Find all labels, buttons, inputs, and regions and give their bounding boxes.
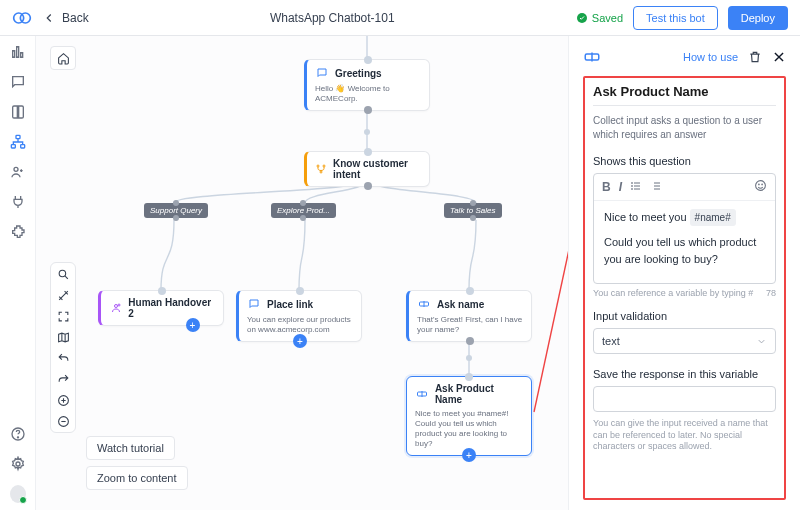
svg-point-30 <box>759 184 760 185</box>
arrow-left-icon <box>42 11 56 25</box>
save-variable-input[interactable] <box>593 386 776 412</box>
svg-rect-3 <box>12 51 14 58</box>
svg-point-11 <box>17 437 18 438</box>
save-variable-hint: You can give the input received a name t… <box>593 418 776 453</box>
node-place-link[interactable]: Place link You can explore our products … <box>236 290 362 342</box>
node-ask-name[interactable]: Ask name That's Great! First, can I have… <box>406 290 532 342</box>
number-list-icon[interactable] <box>650 180 662 195</box>
left-nav-rail <box>0 36 36 510</box>
save-variable-label: Save the response in this variable <box>593 368 776 380</box>
inspector-panel: How to use Ask Product Name Collect inpu… <box>568 36 800 510</box>
input-icon <box>417 297 431 311</box>
back-label: Back <box>62 11 89 25</box>
zoom-in-icon[interactable] <box>56 393 70 407</box>
watch-tutorial-button[interactable]: Watch tutorial <box>86 436 175 460</box>
inspector-description: Collect input asks a question to a user … <box>593 114 776 141</box>
question-text[interactable]: Nice to meet you #name# Could you tell u… <box>594 201 775 275</box>
svg-rect-7 <box>11 145 15 148</box>
svg-point-27 <box>632 185 633 186</box>
svg-point-26 <box>632 182 633 183</box>
add-node-plus-button[interactable]: + <box>293 334 307 348</box>
add-node-plus-button[interactable]: + <box>462 448 476 462</box>
zoom-out-icon[interactable] <box>56 414 70 428</box>
svg-point-9 <box>14 167 18 171</box>
branch-chip-talk-to-sales[interactable]: Talk to Sales <box>444 203 502 218</box>
minimap-icon[interactable] <box>56 330 70 344</box>
canvas-home-button[interactable] <box>50 46 76 70</box>
message-icon <box>315 66 329 80</box>
brand-logo-icon <box>12 8 32 28</box>
chevron-down-icon <box>756 336 767 347</box>
nav-help-icon[interactable] <box>10 426 26 442</box>
node-know-customer-intent[interactable]: Know customer intent <box>304 151 430 187</box>
fullscreen-icon[interactable] <box>56 309 70 323</box>
branch-chip-support-query[interactable]: Support Query <box>144 203 208 218</box>
bold-icon[interactable]: B <box>602 180 611 194</box>
nav-flow-icon[interactable] <box>10 134 26 150</box>
svg-point-12 <box>16 462 20 466</box>
svg-point-22 <box>59 270 65 277</box>
node-human-handover[interactable]: Human Handover 2 + <box>98 290 224 326</box>
char-count: 78 <box>766 288 776 298</box>
bullet-list-icon[interactable] <box>630 180 642 195</box>
zoom-to-content-button[interactable]: Zoom to content <box>86 466 188 490</box>
flow-canvas[interactable]: Support Query Explore Prod... Talk to Sa… <box>36 36 568 510</box>
svg-point-28 <box>632 188 633 189</box>
svg-point-14 <box>466 355 472 361</box>
magic-wand-icon[interactable] <box>56 288 70 302</box>
branch-chip-explore-products[interactable]: Explore Prod... <box>271 203 336 218</box>
redo-icon[interactable] <box>56 372 70 386</box>
nav-account-avatar[interactable] <box>10 486 26 502</box>
saved-indicator: Saved <box>576 12 623 24</box>
question-toolbar: B I <box>594 174 775 201</box>
home-icon <box>57 52 70 65</box>
svg-rect-6 <box>16 135 20 138</box>
search-icon[interactable] <box>56 267 70 281</box>
message-icon <box>247 297 261 311</box>
svg-rect-5 <box>20 53 22 58</box>
variable-hint: You can reference a variable by typing # <box>593 288 753 298</box>
nav-plugin-icon[interactable] <box>10 194 26 210</box>
inspector-title: Ask Product Name <box>593 84 776 106</box>
how-to-use-link[interactable]: How to use <box>683 51 738 63</box>
svg-point-18 <box>114 305 117 308</box>
inspector-highlight-region: Ask Product Name Collect input asks a qu… <box>583 76 786 500</box>
question-label: Shows this question <box>593 155 776 167</box>
nav-analytics-icon[interactable] <box>10 44 26 60</box>
back-button[interactable]: Back <box>42 11 89 25</box>
test-bot-button[interactable]: Test this bot <box>633 6 718 30</box>
top-bar: Back WhatsApp Chatbot-101 Saved Test thi… <box>0 0 800 36</box>
delete-icon[interactable] <box>748 50 762 64</box>
nav-team-icon[interactable] <box>10 164 26 180</box>
input-block-icon <box>583 48 601 66</box>
question-editor[interactable]: B I Nice to meet you #name# Could you te… <box>593 173 776 284</box>
svg-point-1 <box>20 13 30 23</box>
nav-chat-icon[interactable] <box>10 74 26 90</box>
svg-point-16 <box>323 165 325 167</box>
svg-rect-4 <box>16 47 18 58</box>
check-circle-icon <box>576 12 588 24</box>
close-icon[interactable] <box>772 50 786 64</box>
svg-point-13 <box>364 129 370 135</box>
nav-settings-icon[interactable] <box>10 456 26 472</box>
node-ask-product-name[interactable]: Ask Product Name Nice to meet you #name#… <box>406 376 532 456</box>
add-node-plus-button[interactable]: + <box>186 318 200 332</box>
svg-point-19 <box>118 304 120 306</box>
variable-chip[interactable]: #name# <box>690 209 736 226</box>
validation-select[interactable]: text <box>593 328 776 354</box>
deploy-button[interactable]: Deploy <box>728 6 788 30</box>
svg-point-29 <box>756 181 766 191</box>
canvas-toolstrip <box>50 262 76 433</box>
input-icon <box>415 387 429 401</box>
svg-point-31 <box>762 184 763 185</box>
svg-rect-8 <box>20 145 24 148</box>
emoji-icon[interactable] <box>754 179 767 195</box>
nav-extension-icon[interactable] <box>10 224 26 240</box>
validation-label: Input validation <box>593 310 776 322</box>
nav-docs-icon[interactable] <box>10 104 26 120</box>
italic-icon[interactable]: I <box>619 180 622 194</box>
undo-icon[interactable] <box>56 351 70 365</box>
svg-point-15 <box>317 165 319 167</box>
node-greetings[interactable]: Greetings Hello 👋 Welcome to ACMECorp. <box>304 59 430 111</box>
svg-point-17 <box>320 171 322 173</box>
